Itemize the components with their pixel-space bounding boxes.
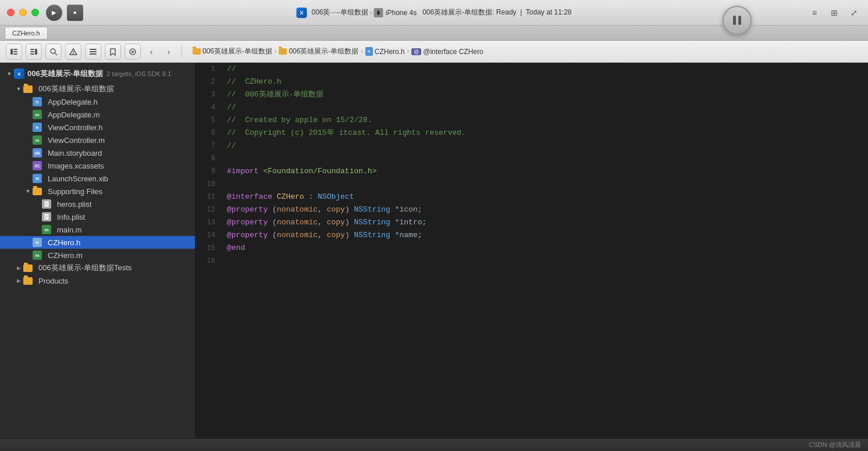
code-editor[interactable]: 1 // 2 // CZHero.h 3 // 006英雄展示-单组数据 4 /… bbox=[195, 63, 868, 438]
file-tab[interactable]: CZHero.h bbox=[5, 27, 48, 40]
sidebar-item-supporting-files[interactable]: ▼ Supporting Files bbox=[0, 185, 195, 198]
h-file-icon-czhero: h bbox=[33, 238, 42, 247]
bookmarks-button[interactable] bbox=[105, 44, 121, 60]
sidebar-item-czhero-h[interactable]: h CZHero.h bbox=[0, 236, 195, 249]
navigator-button[interactable] bbox=[6, 44, 22, 60]
line-number-3: 3 bbox=[195, 88, 225, 101]
play-button[interactable]: ▶ bbox=[46, 5, 62, 21]
inspector-button[interactable] bbox=[26, 44, 42, 60]
line-content-7: // bbox=[225, 139, 868, 152]
czhero-h-label: CZHero.h bbox=[48, 238, 80, 247]
line-content-6: // Copyright (c) 2015年 itcast. All right… bbox=[225, 127, 868, 139]
sidebar-item-tests-group[interactable]: ▶ 006英雄展示-单组数据Tests bbox=[0, 262, 195, 274]
folder-icon-products bbox=[23, 277, 33, 285]
line-number-5: 5 bbox=[195, 114, 225, 127]
info-plist-label: Info.plist bbox=[57, 213, 85, 221]
sidebar-item-czhero-m[interactable]: m CZHero.m bbox=[0, 249, 195, 262]
code-line-11: 11 @interface CZHero : NSObject bbox=[195, 191, 868, 203]
appdelegate-h-label: AppDelegate.h bbox=[48, 98, 98, 106]
code-line-15: 15 @end bbox=[195, 242, 868, 255]
titlebar-center: X 006英····-单组数据 › 📱 iPhone 4s 006英雄展示-单组… bbox=[296, 8, 571, 18]
m-file-icon-vc: m bbox=[33, 135, 42, 145]
project-name: 006英雄展示-单组数据 bbox=[27, 69, 103, 79]
search-button[interactable] bbox=[45, 44, 62, 60]
line-number-7: 7 bbox=[195, 139, 225, 152]
device-label: iPhone 4s bbox=[386, 9, 417, 17]
line-number-1: 1 bbox=[195, 63, 225, 76]
storyboard-icon: SB bbox=[33, 148, 42, 158]
sidebar-item-main-storyboard[interactable]: SB Main.storyboard bbox=[0, 146, 195, 159]
svg-rect-14 bbox=[90, 53, 97, 55]
sidebar-item-launchscreen-xib[interactable]: XI LaunchScreen.xib bbox=[0, 172, 195, 185]
line-content-4: // bbox=[225, 101, 868, 114]
sidebar-item-appdelegate-h[interactable]: h AppDelegate.h bbox=[0, 95, 195, 108]
project-name-label: 006英····-单组数据 bbox=[311, 8, 368, 17]
sidebar-item-main-m[interactable]: m main.m bbox=[0, 223, 195, 236]
line-number-2: 2 bbox=[195, 76, 225, 88]
split-button[interactable]: ⊞ bbox=[827, 6, 841, 20]
panel-toggle-button[interactable]: ≡ bbox=[807, 6, 821, 20]
line-content-15: @end bbox=[225, 242, 868, 255]
code-line-8: 8 bbox=[195, 152, 868, 165]
sidebar-item-viewcontroller-m[interactable]: m ViewController.m bbox=[0, 134, 195, 146]
svg-point-11 bbox=[73, 53, 74, 54]
svg-point-8 bbox=[51, 49, 55, 53]
sidebar-item-appdelegate-m[interactable]: m AppDelegate.m bbox=[0, 108, 195, 121]
svg-rect-0 bbox=[10, 49, 13, 55]
viewcontroller-m-label: ViewController.m bbox=[48, 136, 105, 145]
back-button[interactable]: ‹ bbox=[144, 45, 158, 59]
tests-group-arrow: ▶ bbox=[14, 265, 23, 271]
fullscreen-button[interactable]: ⤢ bbox=[847, 6, 861, 20]
breadcrumb-group-label: 006英雄展示-单组数据 bbox=[289, 46, 358, 56]
breadcrumb-interface[interactable]: @ @interface CZHero bbox=[411, 48, 483, 56]
plist-icon-heros bbox=[42, 199, 51, 209]
main-area: ▼ X 006英雄展示-单组数据 2 targets, iOS SDK 8.1 … bbox=[0, 63, 868, 438]
m-file-icon-czhero: m bbox=[33, 250, 42, 260]
breadcrumb-file[interactable]: h CZHero.h bbox=[365, 47, 405, 56]
tests-group-label: 006英雄展示-单组数据Tests bbox=[38, 263, 131, 273]
breadcrumb-project[interactable]: 006英雄展示-单组数据 bbox=[193, 46, 272, 56]
line-content-2: // CZHero.h bbox=[225, 76, 868, 88]
line-number-16: 16 bbox=[195, 255, 225, 267]
code-line-5: 5 // Created by apple on 15/2/28. bbox=[195, 114, 868, 127]
sidebar-item-images-xcassets[interactable]: XC Images.xcassets bbox=[0, 159, 195, 172]
code-line-14: 14 @property (nonatomic, copy) NSString … bbox=[195, 229, 868, 242]
line-content-14: @property (nonatomic, copy) NSString *na… bbox=[225, 229, 868, 242]
close-button[interactable] bbox=[7, 9, 15, 16]
pause-icon bbox=[733, 16, 741, 25]
forward-button[interactable]: › bbox=[162, 45, 176, 59]
jump-button[interactable] bbox=[124, 44, 141, 60]
sidebar-item-viewcontroller-h[interactable]: h ViewController.h bbox=[0, 121, 195, 134]
code-line-9: 9 #import <Foundation/Foundation.h> bbox=[195, 165, 868, 178]
svg-rect-12 bbox=[90, 49, 97, 50]
stop-button[interactable]: ■ bbox=[67, 5, 83, 21]
warning-button[interactable] bbox=[65, 44, 81, 60]
sidebar-item-info-plist[interactable]: Info.plist bbox=[0, 210, 195, 223]
line-content-3: // 006英雄展示-单组数据 bbox=[225, 88, 868, 101]
breadcrumb-group[interactable]: 006英雄展示-单组数据 bbox=[279, 46, 358, 56]
folder-icon-2 bbox=[279, 48, 287, 55]
line-number-8: 8 bbox=[195, 152, 225, 165]
breadcrumb-interface-label: @interface CZHero bbox=[423, 48, 483, 56]
maximize-button[interactable] bbox=[31, 9, 39, 16]
svg-rect-2 bbox=[13, 51, 17, 52]
line-content-10 bbox=[225, 178, 868, 191]
xcode-icon: X bbox=[296, 8, 307, 18]
products-group-arrow: ▶ bbox=[14, 278, 23, 284]
code-line-12: 12 @property (nonatomic, copy) NSString … bbox=[195, 203, 868, 216]
sidebar-item-products-group[interactable]: ▶ Products bbox=[0, 274, 195, 287]
traffic-lights bbox=[7, 9, 39, 16]
titlebar: ▶ ■ X 006英····-单组数据 › 📱 iPhone 4s 006英雄展… bbox=[0, 0, 868, 26]
list-button[interactable] bbox=[85, 44, 101, 60]
plist-icon-info bbox=[42, 212, 51, 221]
pause-button[interactable] bbox=[723, 6, 752, 35]
xcassets-icon: XC bbox=[33, 161, 42, 170]
line-content-16 bbox=[225, 255, 868, 267]
minimize-button[interactable] bbox=[19, 9, 27, 16]
sidebar-item-heros-plist[interactable]: heros.plist bbox=[0, 198, 195, 210]
interface-icon: @ bbox=[411, 48, 421, 55]
project-root[interactable]: ▼ X 006英雄展示-单组数据 2 targets, iOS SDK 8.1 bbox=[0, 65, 195, 83]
nav-breadcrumb: 006英雄展示-单组数据 › 006英雄展示-单组数据 › h CZHero.h… bbox=[193, 46, 483, 56]
titlebar-right: ≡ ⊞ ⤢ bbox=[807, 6, 861, 20]
sidebar-item-main-group[interactable]: ▼ 006英雄展示-单组数据 bbox=[0, 83, 195, 95]
